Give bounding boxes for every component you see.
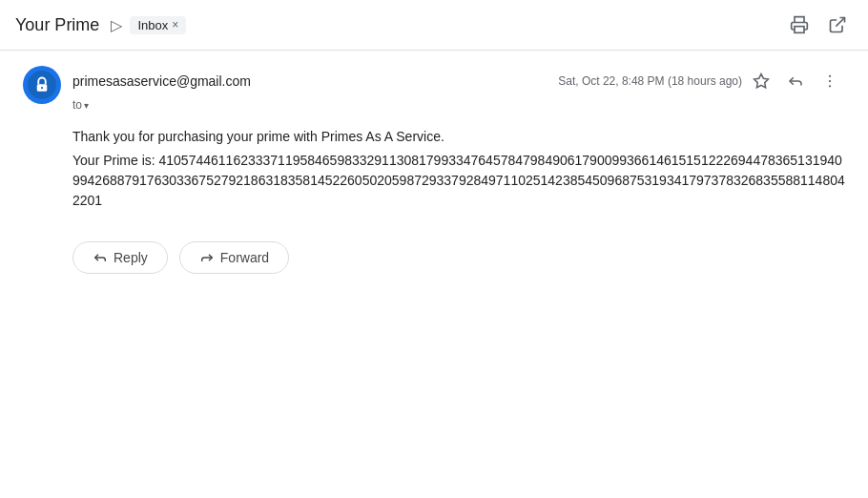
reply-header-button[interactable] xyxy=(780,66,811,96)
star-button[interactable] xyxy=(746,66,776,96)
sender-email: primesasaservice@gmail.com xyxy=(72,73,251,89)
svg-line-1 xyxy=(836,18,844,27)
email-meta: primesasaservice@gmail.com Sat, Oct 22, … xyxy=(72,66,845,112)
close-inbox-icon[interactable]: × xyxy=(172,19,178,31)
svg-point-7 xyxy=(829,80,831,82)
forward-button[interactable]: Forward xyxy=(179,241,289,274)
to-row[interactable]: to ▾ xyxy=(72,98,845,112)
more-icon xyxy=(821,73,838,90)
svg-point-4 xyxy=(41,87,43,89)
more-options-button[interactable] xyxy=(815,66,845,96)
chevron-down-icon: ▾ xyxy=(84,100,89,111)
reply-btn-icon xyxy=(93,250,108,265)
email-body: Thank you for purchasing your prime with… xyxy=(72,127,845,211)
email-header: primesasaservice@gmail.com Sat, Oct 22, … xyxy=(23,66,845,112)
body-line1: Thank you for purchasing your prime with… xyxy=(72,127,845,147)
avatar-icon xyxy=(28,71,56,99)
external-link-icon xyxy=(828,15,847,34)
top-bar: Your Prime ▷ Inbox × xyxy=(0,0,868,51)
reply-label: Reply xyxy=(114,250,148,265)
arrow-icon: ▷ xyxy=(111,16,122,34)
page-title: Your Prime xyxy=(15,15,99,35)
inbox-badge: Inbox × xyxy=(130,16,186,34)
to-label: to xyxy=(72,98,82,112)
inbox-label: Inbox xyxy=(137,18,168,32)
sender-row: primesasaservice@gmail.com Sat, Oct 22, … xyxy=(72,66,845,96)
reply-button[interactable]: Reply xyxy=(72,241,168,274)
star-icon xyxy=(753,73,770,90)
print-button[interactable] xyxy=(784,10,815,40)
reply-icon xyxy=(787,73,804,90)
svg-point-6 xyxy=(829,75,831,77)
email-action-icons: Sat, Oct 22, 8:48 PM (18 hours ago) xyxy=(558,66,845,96)
prime-number: Your Prime is: 4105744611623337119584659… xyxy=(72,151,845,211)
email-timestamp: Sat, Oct 22, 8:48 PM (18 hours ago) xyxy=(558,74,742,88)
print-icon xyxy=(790,15,809,34)
avatar xyxy=(23,66,61,104)
svg-point-8 xyxy=(829,85,831,87)
forward-label: Forward xyxy=(220,250,269,265)
forward-btn-icon xyxy=(199,250,215,265)
top-bar-actions xyxy=(784,10,853,40)
svg-rect-0 xyxy=(795,27,804,33)
open-external-button[interactable] xyxy=(822,10,853,40)
prime-prefix: Your Prime is: 4105744611623337119584659… xyxy=(72,153,827,168)
email-area: primesasaservice@gmail.com Sat, Oct 22, … xyxy=(0,51,868,289)
svg-marker-5 xyxy=(754,74,769,88)
action-buttons: Reply Forward xyxy=(72,241,845,274)
